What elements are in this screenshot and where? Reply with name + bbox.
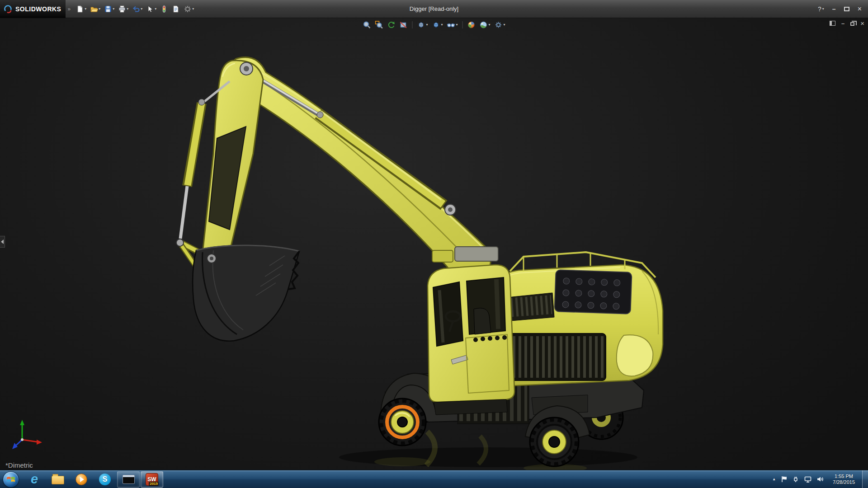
window-controls: ? ▾ – × bbox=[818, 5, 868, 13]
document-window-controls: – × bbox=[830, 19, 864, 27]
taskbar-item-skype[interactable]: S bbox=[94, 471, 116, 488]
view-orientation-button[interactable]: ▾ bbox=[416, 20, 429, 30]
excavator-model-canvas[interactable] bbox=[0, 18, 868, 470]
show-hidden-icons-button[interactable]: ▲ bbox=[772, 477, 776, 481]
section-view-icon bbox=[399, 21, 407, 29]
new-document-button[interactable]: ▾ bbox=[75, 4, 87, 14]
bucket[interactable] bbox=[193, 245, 299, 341]
dropdown-arrow[interactable]: ▾ bbox=[85, 7, 86, 11]
volume-icon[interactable] bbox=[817, 476, 824, 482]
file-properties-icon bbox=[172, 5, 180, 13]
taskbar-item-command-prompt[interactable] bbox=[117, 471, 140, 488]
dropdown-arrow[interactable]: ▾ bbox=[127, 7, 128, 11]
save-button[interactable]: ▾ bbox=[103, 4, 115, 14]
solidworks-window: SOLIDWORKS » ▾ ▾ ▾ ▾ ▾ bbox=[0, 0, 868, 488]
file-properties-button[interactable] bbox=[171, 4, 181, 14]
view-settings-button[interactable]: ▾ bbox=[494, 20, 506, 30]
toolbar-separator bbox=[462, 21, 463, 28]
show-desktop-button[interactable] bbox=[862, 470, 868, 488]
start-button[interactable] bbox=[3, 471, 19, 488]
zoom-to-fit-icon bbox=[363, 21, 371, 29]
hide-show-glasses-icon bbox=[447, 21, 455, 29]
windows-taskbar: e S SW 2015 ▲ bbox=[0, 470, 868, 488]
taskbar-item-solidworks[interactable]: SW 2015 bbox=[141, 471, 163, 488]
solidworks-logo: SOLIDWORKS bbox=[0, 0, 66, 18]
folder-icon bbox=[52, 476, 64, 484]
graphics-area[interactable]: ▾ ▾ ▾ ▾ ▾ bbox=[0, 18, 868, 470]
dropdown-arrow: ▾ bbox=[822, 7, 824, 11]
zoom-to-fit-button[interactable] bbox=[362, 20, 372, 30]
dropdown-arrow[interactable]: ▾ bbox=[456, 23, 458, 27]
save-icon bbox=[104, 5, 112, 13]
action-center-flag-icon[interactable] bbox=[781, 476, 787, 483]
maximize-button[interactable] bbox=[844, 7, 849, 11]
help-glyph: ? bbox=[818, 5, 821, 13]
toolbar-overflow-chevron[interactable]: » bbox=[67, 6, 71, 12]
dropdown-arrow[interactable]: ▾ bbox=[441, 23, 443, 27]
dropdown-arrow[interactable]: ▾ bbox=[489, 23, 491, 27]
taskbar-item-media-player[interactable] bbox=[70, 471, 93, 488]
clock-time: 1:55 PM bbox=[833, 474, 855, 479]
dropdown-arrow[interactable]: ▾ bbox=[426, 23, 428, 27]
system-tray: ▲ 1:55 PM 7/28/2015 bbox=[772, 470, 862, 488]
taskbar-item-internet-explorer[interactable]: e bbox=[23, 471, 46, 488]
rebuild-traffic-light-icon bbox=[160, 5, 168, 13]
document-close-button[interactable]: × bbox=[860, 19, 864, 27]
dropdown-arrow[interactable]: ▾ bbox=[113, 7, 114, 11]
wheel-rear-near[interactable] bbox=[530, 418, 579, 466]
close-button[interactable]: × bbox=[858, 5, 862, 13]
section-view-button[interactable] bbox=[398, 20, 408, 30]
taskbar-item-windows-explorer[interactable] bbox=[47, 471, 69, 488]
new-document-icon bbox=[76, 5, 84, 13]
engine-vent-panel[interactable] bbox=[554, 270, 632, 314]
power-plug-icon[interactable] bbox=[793, 476, 799, 483]
undo-icon bbox=[132, 5, 140, 13]
display-style-icon bbox=[432, 21, 440, 29]
apply-scene-icon bbox=[480, 21, 488, 29]
cab[interactable] bbox=[428, 247, 514, 415]
edit-appearance-button[interactable] bbox=[467, 20, 476, 30]
apply-scene-button[interactable]: ▾ bbox=[479, 20, 491, 30]
select-cursor-icon bbox=[146, 5, 154, 13]
orientation-triad bbox=[12, 420, 42, 449]
dropdown-arrow[interactable]: ▾ bbox=[155, 7, 156, 11]
open-button[interactable]: ▾ bbox=[89, 4, 101, 14]
document-restore-button[interactable] bbox=[850, 22, 854, 26]
hide-show-items-button[interactable]: ▾ bbox=[446, 20, 458, 30]
dropdown-arrow[interactable]: ▾ bbox=[141, 7, 142, 11]
options-gear-icon bbox=[184, 5, 192, 13]
minimize-button[interactable]: – bbox=[832, 5, 836, 13]
previous-view-icon bbox=[387, 21, 395, 29]
ds-logo-icon bbox=[4, 5, 13, 14]
dipper-arm[interactable] bbox=[203, 61, 263, 263]
help-button[interactable]: ? ▾ bbox=[818, 5, 824, 13]
media-player-icon bbox=[75, 474, 87, 485]
boom-apex-pin-center bbox=[244, 66, 249, 71]
internet-explorer-icon: e bbox=[31, 473, 38, 486]
quick-access-toolbar: ▾ ▾ ▾ ▾ ▾ ▾ bbox=[75, 4, 195, 14]
print-button[interactable]: ▾ bbox=[117, 4, 129, 14]
network-display-icon[interactable] bbox=[804, 476, 811, 483]
select-button[interactable]: ▾ bbox=[145, 4, 157, 14]
toolbar-separator bbox=[412, 21, 412, 28]
rebuild-button[interactable] bbox=[159, 4, 169, 14]
open-folder-icon bbox=[90, 5, 98, 13]
document-minimize-button[interactable]: – bbox=[841, 20, 844, 27]
clock-date: 7/28/2015 bbox=[833, 479, 855, 485]
dropdown-arrow[interactable]: ▾ bbox=[504, 23, 505, 27]
zoom-to-area-button[interactable] bbox=[374, 20, 384, 30]
command-prompt-icon bbox=[123, 475, 135, 484]
skype-icon: S bbox=[99, 474, 111, 485]
previous-view-button[interactable] bbox=[386, 20, 396, 30]
headsup-view-toolbar: ▾ ▾ ▾ ▾ ▾ bbox=[362, 20, 506, 30]
taskbar-clock[interactable]: 1:55 PM 7/28/2015 bbox=[829, 474, 859, 485]
dipper-cylinder[interactable] bbox=[251, 73, 456, 215]
feature-pane-toggle-icon[interactable] bbox=[830, 21, 835, 26]
display-style-button[interactable]: ▾ bbox=[431, 20, 443, 30]
dropdown-arrow[interactable]: ▾ bbox=[99, 7, 100, 11]
view-orientation-cube-icon bbox=[417, 21, 425, 29]
options-button[interactable]: ▾ bbox=[183, 4, 195, 14]
undo-button[interactable]: ▾ bbox=[131, 4, 143, 14]
dropdown-arrow[interactable]: ▾ bbox=[192, 7, 194, 11]
featuremanager-collapse-arrow[interactable] bbox=[0, 236, 5, 248]
